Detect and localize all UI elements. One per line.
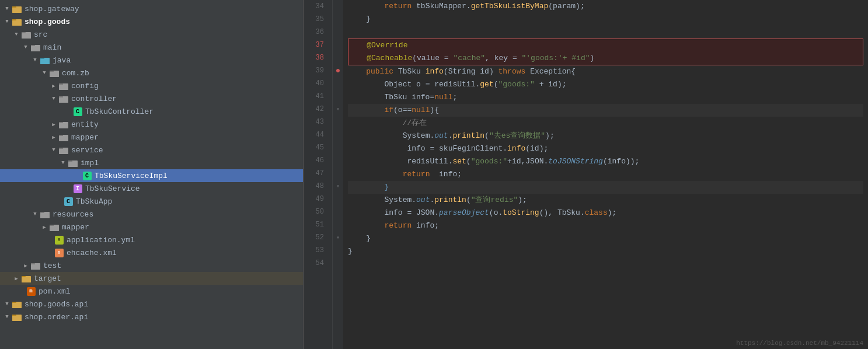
tree-item-TbSkuApp[interactable]: C TbSkuApp: [0, 195, 303, 208]
folder-icon-test: [30, 260, 41, 271]
tree-item-ehcache-xml[interactable]: X ehcache.xml: [0, 246, 303, 259]
arrow-impl: [58, 160, 68, 166]
class-icon-TbSkuServiceImpl: C: [82, 170, 92, 181]
ln-49: 49: [304, 193, 327, 205]
folder-icon-mapper: [58, 132, 69, 142]
gutter-46: [333, 154, 343, 167]
folder-icon-controller: [58, 93, 69, 104]
code-line-35: }: [348, 13, 863, 26]
ln-41: 41: [304, 90, 327, 103]
tree-item-TbSkuService[interactable]: I TbSkuService: [0, 182, 303, 195]
tree-item-mapper-resources[interactable]: mapper: [0, 221, 303, 233]
ln-53: 53: [304, 244, 327, 257]
ln-35: 35: [304, 13, 327, 26]
gutter: ● ▾ ▾ ▾: [333, 0, 343, 349]
arrow-mapper: [49, 134, 58, 141]
tree-item-service[interactable]: service: [0, 144, 303, 156]
tree-label-config: config: [71, 82, 99, 90]
tree-item-entity[interactable]: entity: [0, 118, 303, 131]
gutter-47: [333, 167, 343, 180]
gutter-35: [333, 13, 343, 26]
svg-rect-38: [40, 213, 50, 218]
gutter-40: [333, 77, 343, 90]
tree-item-src[interactable]: src: [0, 28, 303, 41]
tree-item-shop-order-api[interactable]: shop.order.api: [0, 310, 303, 323]
code-line-37: @Override: [348, 39, 863, 52]
tree-label-shop-goods-api: shop.goods.api: [25, 300, 88, 309]
folder-icon-entity: [58, 119, 69, 130]
ln-37: 37: [304, 39, 327, 51]
folder-icon-java: [40, 55, 50, 65]
yaml-icon: Y: [54, 235, 64, 245]
tree-item-mapper[interactable]: mapper: [0, 131, 303, 144]
code-line-38: @Cacheable(value = "cache", key = "'good…: [348, 52, 863, 65]
folder-icon-service: [58, 145, 69, 155]
tree-item-impl[interactable]: impl: [0, 156, 303, 169]
tree-label-mapper-resources: mapper: [62, 223, 89, 232]
code-line-51: return info;: [348, 219, 863, 232]
tree-label-TbSkuService: TbSkuService: [85, 184, 140, 193]
arrow-src: [12, 32, 21, 37]
tree-item-java[interactable]: java: [0, 54, 303, 67]
tree-label-pom-xml: pom.xml: [39, 287, 71, 296]
tree-label-target: target: [34, 274, 61, 283]
tree-item-test[interactable]: test: [0, 259, 303, 272]
svg-rect-50: [12, 303, 22, 308]
tree-label-src: src: [34, 30, 47, 39]
gutter-36: [333, 26, 343, 39]
arrow-shop-order-api: [2, 314, 12, 320]
gutter-34: [333, 0, 343, 13]
tree-item-shop-gateway[interactable]: shop.gateway: [0, 2, 303, 15]
code-line-39: public TbSku info(String id) throws Exce…: [348, 65, 863, 78]
tree-item-com-zb[interactable]: com.zb: [0, 67, 303, 79]
svg-rect-2: [12, 8, 22, 13]
tree-label-shop-gateway: shop.gateway: [25, 5, 79, 13]
tree-item-main[interactable]: main: [0, 41, 303, 54]
file-tree[interactable]: shop.gateway shop.goods src main java: [0, 0, 304, 349]
arrow-com-zb: [40, 70, 49, 76]
ln-45: 45: [304, 141, 327, 154]
tree-item-application-yml[interactable]: Y application.yml: [0, 233, 303, 246]
gutter-43: [333, 116, 343, 128]
interface-icon-TbSkuService: I: [72, 183, 83, 194]
svg-rect-5: [12, 20, 22, 26]
tree-item-TbSkuServiceImpl[interactable]: C TbSkuServiceImpl: [0, 169, 303, 182]
code-line-44: System.out.println("去es查询数据");: [348, 130, 863, 142]
gutter-50: [333, 205, 343, 218]
code-content[interactable]: return tbSkuMapper.getTbSkuListByMap(par…: [343, 0, 868, 349]
tree-label-ehcache-xml: ehcache.xml: [67, 249, 117, 257]
code-line-45: info = skuFeginClient.info(id);: [348, 142, 863, 155]
tree-item-TbSkuController[interactable]: C TbSkuController: [0, 105, 303, 118]
class-icon-TbSkuController: C: [72, 106, 83, 117]
arrow-shop-goods-api: [2, 301, 12, 307]
tree-label-application-yml: application.yml: [67, 236, 135, 245]
arrow-service: [49, 147, 58, 153]
tree-label-entity: entity: [71, 120, 99, 129]
xml-icon: X: [54, 247, 64, 258]
tree-item-target[interactable]: target: [0, 272, 303, 285]
tree-item-shop-goods[interactable]: shop.goods: [0, 15, 303, 28]
svg-rect-11: [31, 46, 40, 51]
folder-icon-shop-goods: [12, 16, 22, 27]
gutter-42: ▾: [333, 103, 343, 116]
gutter-51: [333, 218, 343, 231]
folder-icon-shop-order-api: [12, 312, 22, 322]
gutter-39: ●: [333, 64, 343, 77]
tree-item-pom-xml[interactable]: m pom.xml: [0, 285, 303, 298]
tree-item-shop-goods-api[interactable]: shop.goods.api: [0, 298, 303, 310]
ln-38: 38: [304, 51, 327, 64]
svg-rect-47: [22, 277, 31, 282]
svg-rect-29: [59, 136, 68, 141]
svg-rect-35: [68, 162, 78, 167]
ln-40: 40: [304, 77, 327, 90]
tree-item-config[interactable]: config: [0, 79, 303, 92]
folder-icon-com-zb: [49, 68, 60, 78]
tree-item-resources[interactable]: resources: [0, 208, 303, 221]
svg-rect-53: [12, 316, 22, 321]
code-line-54: [348, 258, 863, 271]
svg-rect-17: [50, 72, 59, 77]
gutter-49: [333, 193, 343, 205]
tree-label-mapper: mapper: [71, 133, 99, 142]
tree-item-controller[interactable]: controller: [0, 92, 303, 105]
arrow-main: [21, 44, 30, 50]
